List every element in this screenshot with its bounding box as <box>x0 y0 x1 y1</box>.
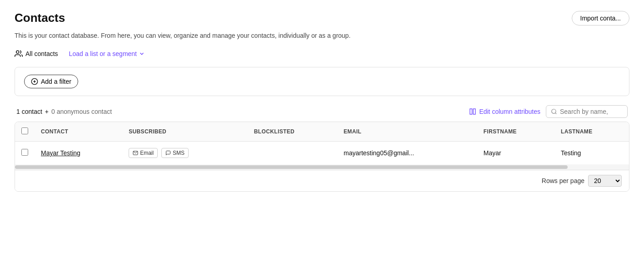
all-contacts-button[interactable]: All contacts <box>15 50 58 58</box>
search-input[interactable] <box>560 108 623 115</box>
edit-columns-label: Edit column attributes <box>479 108 540 115</box>
email-cell: mayartesting05@gmail... <box>337 142 477 165</box>
search-icon <box>551 108 557 115</box>
page-title: Contacts <box>15 11 65 25</box>
columns-icon <box>469 108 476 115</box>
contact-name-link[interactable]: Mayar Testing <box>41 149 80 157</box>
contacts-table-wrapper: CONTACT SUBSCRIBED BLOCKLISTED EMAIL FIR… <box>15 122 629 192</box>
email-badge: Email <box>129 148 158 158</box>
row-checkbox-cell <box>15 142 35 165</box>
col-blocklisted: BLOCKLISTED <box>248 122 337 142</box>
contact-name-cell: Mayar Testing <box>35 142 122 165</box>
rows-per-page-select[interactable]: 10 20 50 100 <box>588 175 622 187</box>
filter-section: Add a filter <box>15 67 629 96</box>
firstname-cell: Mayar <box>477 142 554 165</box>
toolbar-right: Edit column attributes <box>469 105 628 118</box>
plus-separator: + <box>45 108 49 115</box>
table-footer: Rows per page 10 20 50 100 <box>15 170 629 191</box>
col-email: EMAIL <box>337 122 477 142</box>
add-filter-button[interactable]: Add a filter <box>24 75 78 88</box>
svg-rect-4 <box>470 109 472 114</box>
svg-point-6 <box>552 109 556 113</box>
rows-per-page-label: Rows per page <box>542 177 584 184</box>
count-value: 1 contact <box>16 108 42 115</box>
table-toolbar: 1 contact + 0 anonymous contact Edit col… <box>15 105 629 118</box>
search-box <box>546 105 628 118</box>
load-segment-label: Load a list or a segment <box>69 50 137 57</box>
table-header-row: CONTACT SUBSCRIBED BLOCKLISTED EMAIL FIR… <box>15 122 629 142</box>
page-header: Contacts Import conta... <box>15 11 629 25</box>
subscribed-cell: Email SMS <box>122 142 248 165</box>
row-checkbox[interactable] <box>21 149 28 156</box>
contacts-count: 1 contact + 0 anonymous contact <box>16 108 112 115</box>
select-all-cell <box>15 122 35 142</box>
rows-per-page: Rows per page 10 20 50 100 <box>542 175 622 187</box>
sms-badge: SMS <box>161 148 189 158</box>
col-lastname: LASTNAME <box>554 122 629 142</box>
lastname-cell: Testing <box>554 142 629 165</box>
email-icon <box>133 150 138 156</box>
col-contact: CONTACT <box>35 122 122 142</box>
all-contacts-label: All contacts <box>25 50 58 57</box>
load-segment-button[interactable]: Load a list or a segment <box>69 50 145 57</box>
plus-circle-icon <box>31 78 38 85</box>
edit-columns-button[interactable]: Edit column attributes <box>469 108 540 115</box>
col-subscribed: SUBSCRIBED <box>122 122 248 142</box>
add-filter-label: Add a filter <box>41 78 71 85</box>
svg-point-0 <box>16 51 19 53</box>
col-firstname: FIRSTNAME <box>477 122 554 142</box>
import-contacts-button[interactable]: Import conta... <box>572 11 629 25</box>
horizontal-scrollbar[interactable] <box>15 164 629 170</box>
svg-rect-5 <box>474 109 476 114</box>
page-description: This is your contact database. From here… <box>15 31 629 41</box>
anon-count: 0 anonymous contact <box>51 108 112 115</box>
svg-line-7 <box>555 113 557 114</box>
contacts-table: CONTACT SUBSCRIBED BLOCKLISTED EMAIL FIR… <box>15 122 629 164</box>
people-icon <box>15 50 23 58</box>
select-all-checkbox[interactable] <box>21 127 28 134</box>
table-row: Mayar Testing Email <box>15 142 629 165</box>
chevron-down-icon <box>139 51 145 57</box>
contacts-nav: All contacts Load a list or a segment <box>15 50 629 58</box>
blocklisted-cell <box>248 142 337 165</box>
sms-icon <box>165 150 171 156</box>
scrollbar-thumb <box>15 165 568 169</box>
